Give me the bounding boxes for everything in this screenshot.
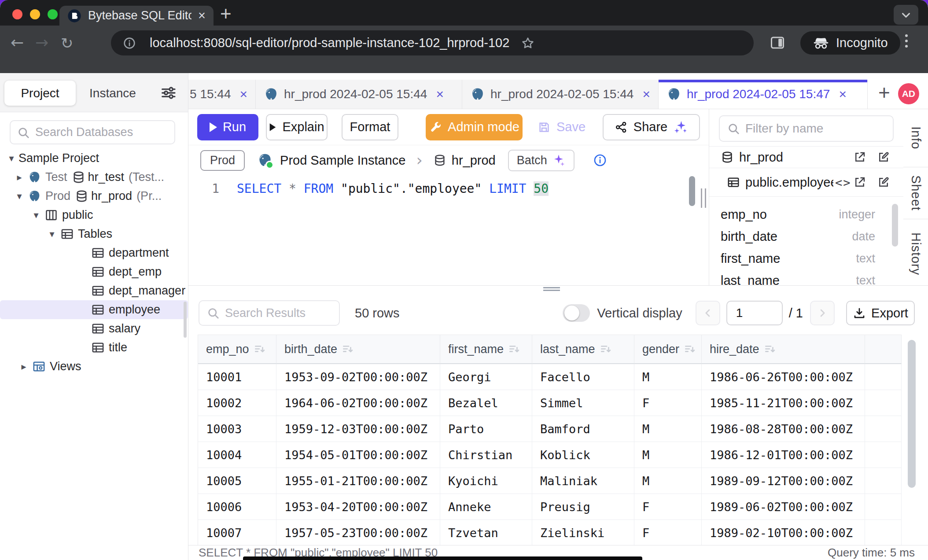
- filter-by-name[interactable]: [719, 115, 894, 142]
- cell-last_name-row1[interactable]: Facello: [532, 364, 634, 390]
- tree-item-tables[interactable]: ▾Tables: [0, 225, 188, 243]
- cell-last_name-row5[interactable]: Maliniak: [532, 468, 634, 494]
- sql-editor[interactable]: 1 SELECT * FROM "public"."employee" LIMI…: [188, 173, 709, 285]
- column-header-last_name[interactable]: last_name: [532, 335, 634, 364]
- cell-last_name-row2[interactable]: Simmel: [532, 390, 634, 416]
- caret-down-icon[interactable]: ▾: [12, 191, 26, 202]
- database-search[interactable]: [10, 120, 175, 144]
- tree-item-table-title[interactable]: title: [0, 338, 188, 357]
- cell-last_name-row6[interactable]: Preusig: [532, 494, 634, 520]
- database-search-input[interactable]: [35, 125, 168, 139]
- column-row-first_name[interactable]: first_nametext: [709, 247, 903, 269]
- results-scrollbar[interactable]: [908, 340, 916, 488]
- site-info-icon[interactable]: [122, 36, 136, 50]
- avatar[interactable]: AD: [898, 83, 919, 104]
- cell-birth_date-row7[interactable]: 1957-05-23T00:00:00Z: [276, 520, 440, 546]
- cell-gender-row3[interactable]: M: [634, 416, 702, 442]
- close-tab-icon[interactable]: ×: [239, 87, 247, 102]
- cell-emp_no-row1[interactable]: 10001: [198, 364, 276, 390]
- zoom-window-button[interactable]: [48, 9, 58, 19]
- tree-item-table-dept_manager[interactable]: dept_manager: [0, 281, 188, 300]
- tree-item-table-salary[interactable]: salary: [0, 319, 188, 338]
- export-button[interactable]: Export: [846, 301, 915, 325]
- editor-tab-4[interactable]: hr_prod 2024-02-05 15:47×: [659, 80, 868, 109]
- caret-down-icon[interactable]: ▾: [29, 210, 43, 221]
- panel-resize-handle[interactable]: [701, 188, 706, 208]
- external-link-icon[interactable]: [853, 176, 866, 189]
- bookmark-star-icon[interactable]: [521, 36, 535, 50]
- tree-item-sample-project[interactable]: ▾Sample Project: [0, 149, 188, 168]
- side-panel-icon[interactable]: [770, 35, 785, 51]
- sort-icon[interactable]: [254, 343, 266, 355]
- close-tab-icon[interactable]: ×: [198, 9, 206, 22]
- admin-mode-button[interactable]: Admin mode: [426, 114, 523, 140]
- info-circle-icon[interactable]: [593, 153, 607, 167]
- cell-birth_date-row2[interactable]: 1964-06-02T00:00:00Z: [276, 390, 440, 416]
- cell-gender-row7[interactable]: F: [634, 520, 702, 546]
- cell-birth_date-row3[interactable]: 1959-12-03T00:00:00Z: [276, 416, 440, 442]
- cell-first_name-row3[interactable]: Parto: [440, 416, 532, 442]
- cell-first_name-row5[interactable]: Kyoichi: [440, 468, 532, 494]
- cell-hire_date-row1[interactable]: 1986-06-26T00:00:00Z: [702, 364, 865, 390]
- edit-icon[interactable]: [877, 151, 890, 164]
- explain-button[interactable]: Explain: [266, 114, 328, 140]
- cell-last_name-row7[interactable]: Zielinski: [532, 520, 634, 546]
- cell-emp_no-row7[interactable]: 10007: [198, 520, 276, 546]
- cell-emp_no-row4[interactable]: 10004: [198, 442, 276, 468]
- share-button[interactable]: Share: [603, 114, 700, 140]
- tree-item-table-employee[interactable]: employee: [0, 300, 188, 319]
- cell-hire_date-row5[interactable]: 1989-09-12T00:00:00Z: [702, 468, 865, 494]
- reload-button[interactable]: ↻: [61, 34, 74, 52]
- splitter-grip-icon[interactable]: [543, 287, 560, 291]
- cell-birth_date-row1[interactable]: 1953-09-02T00:00:00Z: [276, 364, 440, 390]
- cell-gender-row6[interactable]: F: [634, 494, 702, 520]
- minimize-window-button[interactable]: [30, 9, 40, 19]
- sort-icon[interactable]: [342, 343, 354, 355]
- editor-tab-1[interactable]: 5 15:44×: [188, 80, 256, 109]
- results-search[interactable]: [199, 300, 340, 326]
- edit-icon[interactable]: [877, 176, 890, 189]
- caret-down-icon[interactable]: ▾: [4, 153, 18, 164]
- tab-project[interactable]: Project: [4, 81, 76, 106]
- batch-button[interactable]: Batch: [508, 150, 574, 171]
- cell-first_name-row4[interactable]: Chirstian: [440, 442, 532, 468]
- cell-last_name-row3[interactable]: Bamford: [532, 416, 634, 442]
- external-link-icon[interactable]: [853, 151, 866, 164]
- caret-down-icon[interactable]: ▾: [45, 228, 59, 239]
- cell-gender-row2[interactable]: F: [634, 390, 702, 416]
- cell-emp_no-row3[interactable]: 10003: [198, 416, 276, 442]
- cell-hire_date-row6[interactable]: 1989-06-02T00:00:00Z: [702, 494, 865, 520]
- new-tab-button[interactable]: +: [220, 3, 232, 25]
- rail-tab-history[interactable]: History: [903, 219, 928, 288]
- back-button[interactable]: ←: [11, 33, 24, 52]
- sort-icon[interactable]: [684, 343, 696, 355]
- close-tab-icon[interactable]: ×: [642, 87, 650, 102]
- tree-item-prod-hr_prod[interactable]: ▾Prodhr_prod(Pr...: [0, 187, 188, 206]
- close-window-button[interactable]: [12, 9, 22, 19]
- panel-scrollbar[interactable]: [892, 204, 898, 247]
- sort-icon[interactable]: [764, 343, 776, 355]
- filter-by-name-input[interactable]: [745, 122, 886, 136]
- browser-menu-button[interactable]: [905, 34, 908, 48]
- sort-icon[interactable]: [600, 343, 612, 355]
- page-number-input[interactable]: [726, 301, 783, 325]
- prev-page-button[interactable]: [696, 301, 720, 325]
- filter-settings-icon[interactable]: [159, 84, 177, 102]
- editor-tab-2[interactable]: hr_prod 2024-02-05 15:44×: [256, 80, 462, 109]
- new-query-tab-button[interactable]: +: [878, 82, 890, 103]
- forward-button[interactable]: →: [35, 33, 48, 52]
- cell-birth_date-row6[interactable]: 1953-04-20T00:00:00Z: [276, 494, 440, 520]
- browser-tab[interactable]: Bytebase SQL Editor ×: [59, 6, 214, 26]
- sort-icon[interactable]: [508, 343, 520, 355]
- tab-instance[interactable]: Instance: [85, 81, 141, 106]
- cell-hire_date-row2[interactable]: 1985-11-21T00:00:00Z: [702, 390, 865, 416]
- database-name[interactable]: hr_prod: [452, 153, 496, 168]
- cell-hire_date-row4[interactable]: 1986-12-01T00:00:00Z: [702, 442, 865, 468]
- tree-item-schema-public[interactable]: ▾public: [0, 206, 188, 225]
- cell-emp_no-row5[interactable]: 10005: [198, 468, 276, 494]
- column-header-hire_date[interactable]: hire_date: [702, 335, 865, 364]
- code-icon[interactable]: <>: [835, 176, 851, 189]
- cell-birth_date-row4[interactable]: 1954-05-01T00:00:00Z: [276, 442, 440, 468]
- close-tab-icon[interactable]: ×: [839, 87, 847, 102]
- cell-gender-row1[interactable]: M: [634, 364, 702, 390]
